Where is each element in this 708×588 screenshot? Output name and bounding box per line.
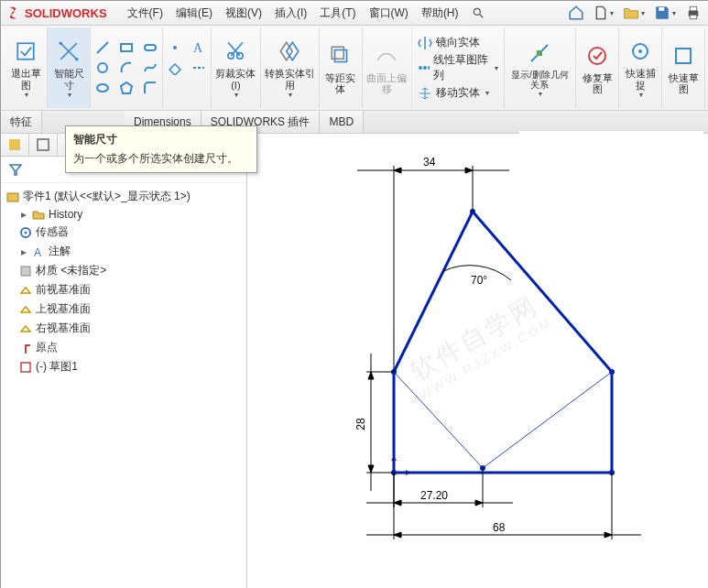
svg-marker-70: [368, 465, 374, 473]
tree-material[interactable]: 材质 <未指定>: [6, 261, 241, 280]
tree-front-plane[interactable]: 前视基准面: [6, 280, 241, 299]
dim-mid[interactable]: 27.20: [420, 489, 448, 502]
svg-rect-6: [17, 44, 34, 60]
quick-sketch-button[interactable]: 快速草图: [662, 27, 705, 108]
svg-point-0: [474, 8, 480, 15]
svg-marker-64: [394, 168, 401, 173]
svg-marker-14: [121, 82, 132, 93]
tree-annotations[interactable]: ▸A注解: [6, 242, 241, 261]
menu-bar: 文件(F) 编辑(E) 视图(V) 插入(I) 工具(T) 窗口(W) 帮助(H…: [122, 2, 564, 25]
repair-sketch-button[interactable]: 修复草图: [576, 27, 619, 108]
feature-manager-tab-icon[interactable]: [1, 134, 29, 156]
home-icon[interactable]: [564, 3, 588, 23]
menu-edit[interactable]: 编辑(E): [170, 2, 218, 25]
offset-entities-button[interactable]: 等距实体: [320, 27, 363, 108]
menu-view[interactable]: 视图(V): [220, 2, 267, 25]
svg-point-58: [609, 369, 615, 375]
tooltip: 智能尺寸 为一个或多个所选实体创建尺寸。: [65, 125, 257, 173]
svg-point-24: [428, 66, 430, 70]
tree-right-plane[interactable]: 右视基准面: [6, 319, 241, 338]
svg-text:A: A: [34, 246, 41, 258]
svg-rect-10: [121, 44, 132, 51]
svg-marker-74: [394, 500, 401, 506]
svg-marker-80: [605, 532, 612, 538]
ellipse-tool-icon[interactable]: [92, 79, 114, 97]
fillet-tool-icon[interactable]: [139, 79, 161, 97]
dim-left[interactable]: 28: [354, 418, 367, 430]
svg-point-12: [98, 63, 107, 72]
command-ribbon: 退出草图 ▾ 智能尺寸 ▾ A: [1, 26, 708, 111]
sensor-icon: [19, 226, 32, 239]
sketch-icon: [19, 361, 32, 374]
material-icon: [19, 265, 32, 278]
move-entities-button[interactable]: 移动实体▾: [418, 85, 498, 101]
svg-line-9: [97, 42, 108, 53]
svg-marker-65: [465, 168, 473, 173]
tree-root[interactable]: 零件1 (默认<<默认>_显示状态 1>): [6, 187, 241, 206]
dim-top[interactable]: 34: [423, 156, 435, 169]
svg-point-27: [589, 48, 605, 64]
open-icon[interactable]: ▾: [619, 3, 648, 23]
tab-feature[interactable]: 特征: [1, 111, 42, 133]
rect-tool-icon[interactable]: [115, 38, 137, 57]
smart-dimension-button[interactable]: 智能尺寸 ▾: [48, 27, 91, 108]
property-manager-tab-icon[interactable]: [29, 134, 58, 156]
menu-insert[interactable]: 插入(I): [269, 2, 312, 25]
print-icon[interactable]: [681, 3, 705, 23]
point-tool-icon[interactable]: [164, 38, 186, 57]
tree-top-plane[interactable]: 上视基准面: [6, 299, 241, 319]
tooltip-body: 为一个或多个所选实体创建尺寸。: [73, 151, 249, 167]
menu-help[interactable]: 帮助(H): [416, 2, 464, 25]
svg-point-43: [25, 231, 27, 234]
menu-tools[interactable]: 工具(T): [314, 2, 361, 25]
menu-window[interactable]: 窗口(W): [364, 2, 414, 25]
arc-tool-icon[interactable]: [115, 59, 137, 77]
app-logo: SOLIDWORKS: [5, 5, 107, 21]
svg-line-54: [473, 212, 612, 372]
save-icon[interactable]: ▾: [650, 3, 680, 23]
quick-snap-button[interactable]: 快速捕捉 ▾: [619, 27, 662, 108]
plane-tool-icon[interactable]: [164, 59, 186, 77]
text-tool-icon[interactable]: A: [188, 38, 210, 57]
convert-entities-button[interactable]: 转换实体引用 ▾: [261, 27, 320, 108]
tree-history[interactable]: ▸History: [6, 206, 241, 223]
svg-point-29: [638, 49, 642, 53]
svg-point-23: [423, 66, 427, 70]
tree-sketch1[interactable]: (-) 草图1: [6, 357, 241, 376]
sketch-tools-grid: [91, 27, 163, 108]
svg-rect-45: [21, 267, 30, 276]
graphics-area[interactable]: 软件自学网 WWW.RJZXW.COM: [247, 134, 708, 588]
tab-mbd[interactable]: MBD: [320, 111, 364, 133]
search-icon[interactable]: [466, 2, 490, 25]
mirror-entities-button[interactable]: 镜向实体: [418, 35, 498, 50]
tree-origin[interactable]: 原点: [6, 338, 241, 357]
svg-text:A: A: [193, 41, 203, 55]
centerline-tool-icon[interactable]: [188, 59, 210, 77]
sketch-svg: [247, 134, 705, 588]
slot-tool-icon[interactable]: [139, 38, 161, 57]
svg-line-51: [394, 372, 483, 468]
tooltip-title: 智能尺寸: [73, 132, 249, 147]
circle-tool-icon[interactable]: [92, 59, 114, 77]
trim-button[interactable]: 剪裁实体(I) ▾: [212, 27, 261, 108]
svg-rect-37: [9, 139, 20, 150]
plane-icon: [19, 322, 32, 335]
svg-rect-30: [676, 49, 691, 63]
line-tool-icon[interactable]: [92, 38, 114, 57]
new-doc-icon[interactable]: ▾: [590, 3, 617, 23]
dim-bottom[interactable]: 68: [493, 521, 505, 534]
exit-sketch-button[interactable]: 退出草图 ▾: [5, 27, 48, 108]
polygon-tool-icon[interactable]: [115, 79, 137, 97]
menu-file[interactable]: 文件(F): [122, 2, 169, 25]
spline-tool-icon[interactable]: [139, 59, 161, 77]
solidworks-icon: [5, 5, 21, 21]
svg-rect-41: [7, 193, 18, 201]
svg-point-15: [173, 46, 177, 49]
part-icon: [6, 191, 19, 203]
svg-point-22: [419, 66, 422, 70]
display-relations-button[interactable]: 显示/删除几何关系 ▾: [505, 27, 576, 108]
svg-rect-4: [690, 6, 697, 11]
tree-sensors[interactable]: 传感器: [6, 223, 241, 242]
linear-pattern-button[interactable]: 线性草图阵列▾: [418, 52, 498, 83]
dim-angle[interactable]: 70°: [471, 274, 487, 287]
